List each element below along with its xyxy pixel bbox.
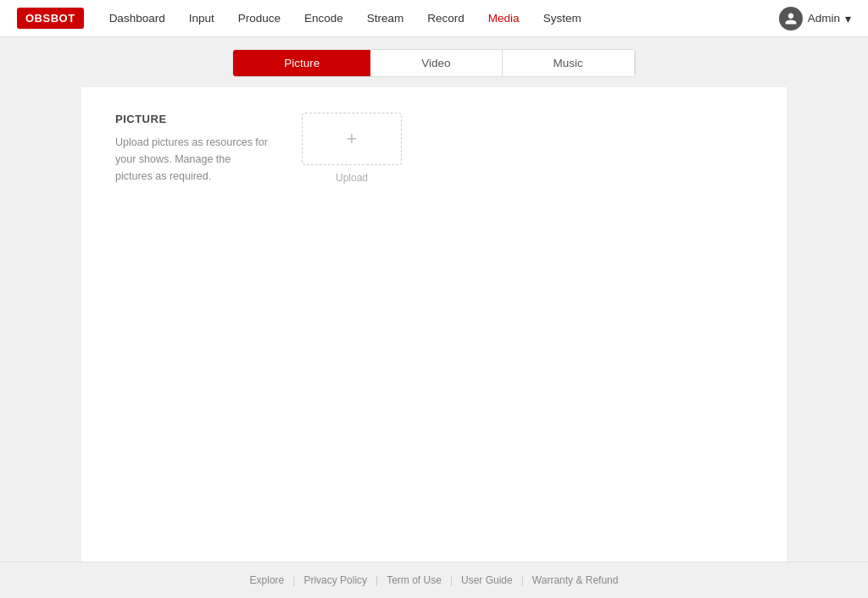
- nav-stream[interactable]: Stream: [367, 12, 404, 25]
- footer-sep-3: |: [450, 574, 453, 586]
- tab-video[interactable]: Video: [370, 50, 502, 76]
- tab-bar: Picture Video Music: [0, 37, 868, 87]
- brand-logo[interactable]: OBSBOT: [17, 8, 84, 29]
- nav-input[interactable]: Input: [189, 12, 214, 25]
- footer-privacy[interactable]: Privacy Policy: [303, 574, 367, 586]
- user-menu[interactable]: Admin ▾: [779, 7, 851, 30]
- tab-picture[interactable]: Picture: [233, 50, 370, 76]
- tab-music[interactable]: Music: [503, 50, 635, 76]
- footer-sep-1: |: [292, 574, 295, 586]
- upload-box[interactable]: +: [302, 113, 402, 165]
- chevron-down-icon: ▾: [845, 12, 851, 25]
- footer-sep-2: |: [376, 574, 378, 586]
- picture-title: PICTURE: [115, 113, 268, 125]
- plus-icon: +: [347, 130, 358, 148]
- picture-description: Upload pictures as resources for your sh…: [115, 134, 268, 185]
- footer: Explore | Privacy Policy | Term of Use |…: [0, 562, 868, 598]
- nav-dashboard[interactable]: Dashboard: [109, 12, 165, 25]
- picture-info: PICTURE Upload pictures as resources for…: [115, 113, 268, 185]
- navbar: OBSBOT Dashboard Input Produce Encode St…: [0, 0, 868, 37]
- nav-media[interactable]: Media: [488, 12, 520, 25]
- upload-label: Upload: [336, 172, 368, 184]
- tab-group: Picture Video Music: [232, 49, 636, 77]
- footer-warranty[interactable]: Warranty & Refund: [532, 574, 619, 586]
- main-content: PICTURE Upload pictures as resources for…: [81, 87, 787, 562]
- picture-section: PICTURE Upload pictures as resources for…: [115, 113, 753, 185]
- footer-guide[interactable]: User Guide: [461, 574, 513, 586]
- nav-links: Dashboard Input Produce Encode Stream Re…: [109, 12, 779, 25]
- user-name: Admin: [808, 12, 840, 25]
- footer-sep-4: |: [521, 574, 524, 586]
- footer-terms[interactable]: Term of Use: [387, 574, 442, 586]
- user-avatar: [779, 7, 803, 30]
- nav-record[interactable]: Record: [427, 12, 465, 25]
- upload-area-wrapper: + Upload: [302, 113, 402, 184]
- nav-encode[interactable]: Encode: [304, 12, 343, 25]
- nav-produce[interactable]: Produce: [238, 12, 281, 25]
- nav-system[interactable]: System: [543, 12, 581, 25]
- footer-explore[interactable]: Explore: [250, 574, 285, 586]
